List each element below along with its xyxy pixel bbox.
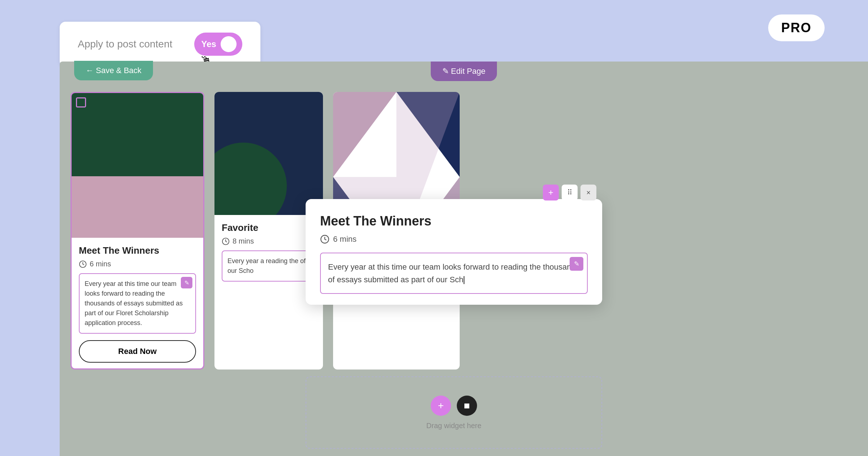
clock-icon [79, 260, 87, 268]
toggle-knob [221, 36, 237, 52]
editor-area: ← Save & Back ✎ Edit Page Meet The Winne… [60, 62, 868, 456]
card-2-text-box: Every year a reading the of our Scho [222, 250, 316, 282]
card-2-title: Favorite [222, 222, 316, 233]
drop-zone-add-button[interactable]: + [431, 396, 451, 416]
card-2-excerpt: Every year a reading the of our Scho [227, 257, 306, 274]
card-1-text-box: Every year at this time our team looks f… [79, 273, 196, 334]
card-2-image [214, 92, 323, 215]
card-1-image-bottom [72, 176, 203, 238]
floating-panel-drag-button[interactable]: ⠿ [562, 185, 578, 200]
edit-page-button[interactable]: ✎ Edit Page [431, 62, 497, 81]
floating-panel: + ⠿ × Meet The Winners 6 mins Every year… [306, 199, 602, 305]
floating-panel-close-button[interactable]: × [580, 185, 596, 200]
card-1-read-now-button[interactable]: Read Now [79, 340, 196, 363]
fp-text-box[interactable]: Every year at this time our team looks f… [320, 253, 588, 294]
fp-title: Meet The Winners [320, 214, 588, 229]
card-2-read-time: 8 mins [233, 237, 254, 245]
drag-icon: ⠿ [567, 188, 573, 197]
floating-panel-add-button[interactable]: + [543, 185, 559, 200]
card-2-meta: 8 mins [222, 237, 316, 245]
drop-zone: + ■ Drag widget here [306, 376, 602, 449]
pro-badge: PRO [768, 14, 825, 41]
drop-zone-stop-button[interactable]: ■ [457, 396, 477, 416]
card-1-edit-button[interactable]: ✎ [181, 277, 192, 288]
fp-excerpt: Every year at this time our team looks f… [328, 262, 580, 284]
fp-read-time: 6 mins [333, 235, 357, 244]
floating-panel-toolbar: + ⠿ × [537, 181, 602, 204]
drop-zone-icons: + ■ [431, 396, 477, 416]
card-1-excerpt: Every year at this time our team looks f… [85, 280, 183, 326]
floating-panel-body: Meet The Winners 6 mins Every year at th… [306, 199, 602, 305]
fp-edit-button[interactable]: ✎ [570, 257, 583, 271]
card-select-indicator [76, 97, 86, 107]
apply-panel-label: Apply to post content [78, 38, 173, 50]
card-1: Meet The Winners 6 mins Every year at th… [71, 92, 204, 370]
text-cursor [464, 276, 464, 284]
card-1-read-time: 6 mins [90, 260, 111, 268]
fp-clock-icon [320, 235, 329, 244]
drop-zone-label: Drag widget here [426, 422, 481, 430]
toggle-label: Yes [201, 39, 216, 49]
svg-marker-2 [333, 92, 396, 177]
card-1-title: Meet The Winners [79, 245, 196, 256]
editor-topbar: ← Save & Back ✎ Edit Page [60, 62, 868, 81]
card-1-meta: 6 mins [79, 260, 196, 268]
clock-icon-2 [222, 237, 230, 245]
save-back-button[interactable]: ← Save & Back [74, 61, 153, 80]
fp-meta: 6 mins [320, 235, 588, 244]
card-1-body: Meet The Winners 6 mins Every year at th… [72, 238, 203, 368]
apply-toggle[interactable]: Yes [194, 33, 242, 56]
card-1-image-top [72, 93, 203, 176]
apply-panel: Apply to post content Yes [60, 22, 260, 67]
